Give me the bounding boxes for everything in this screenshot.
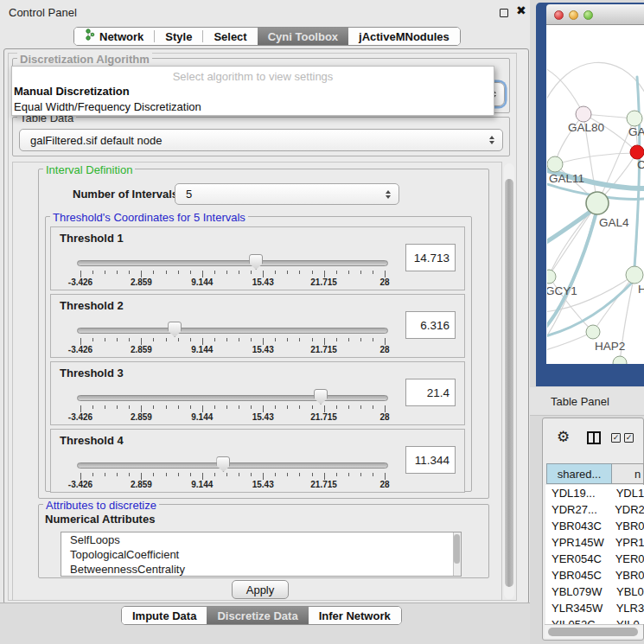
network-node[interactable] [630,145,644,159]
network-node-label: H [638,283,644,296]
table-row[interactable]: YBR043CYBR0 [545,518,644,534]
table-row[interactable]: YDL19...YDL1 [545,485,644,501]
threshold-value-field[interactable]: 21.4 [405,379,456,406]
slider-tick [360,473,361,476]
table-row[interactable]: YER054CYER0 [545,551,644,567]
table-horizontal-scrollbar[interactable] [545,624,643,638]
bottom-tab-discretize-data[interactable]: Discretize Data [207,607,308,624]
shared-name-cell: YIL052C [545,618,616,624]
attribute-list-item[interactable]: BetweennessCentrality [61,562,461,577]
name-cell: YPR1 [615,536,644,549]
tab-network[interactable]: Network [74,28,154,45]
network-node[interactable] [547,156,563,172]
slider-tick [80,473,81,480]
slider-tick-label: 9.144 [181,412,224,422]
table-scrollbar-thumb[interactable] [548,628,638,636]
table-data-combo-value: galFiltered.sif default node [20,134,489,147]
slider-tick [105,405,105,409]
threshold-value-field[interactable]: 14.713 [405,244,456,271]
popup-item-equal-width-frequency[interactable]: Equal Width/Frequency Discretization [14,100,201,113]
table-row[interactable]: YPR145WYPR1 [545,534,644,551]
attributes-scrollbar-thumb[interactable] [454,534,460,564]
slider-tick [336,405,337,409]
slider-tick [166,338,167,341]
slider-tick [275,405,276,409]
table-row[interactable]: YBR045CYBR0 [545,567,644,583]
bottom-tab-infer-network[interactable]: Infer Network [309,607,401,624]
slider-tick [226,473,227,476]
threshold-panel-2: Threshold 2-3.4262.8599.14415.4321.71528… [50,294,465,358]
network-canvas[interactable]: GAL80GALCGAL11GAL4GCY1HHAP2 [546,25,644,364]
slider-tick-label: -3.426 [59,345,102,354]
slider-tick [324,271,325,277]
slider-track[interactable] [77,328,388,334]
shared-name-cell: YPR145W [545,536,615,549]
attributes-scrollbar[interactable] [453,532,461,576]
slider-thumb[interactable] [314,389,328,405]
tab-select[interactable]: Select [203,28,257,45]
attribute-list-item[interactable]: SelfLoops [61,532,461,547]
slider-tick-label: -3.426 [59,480,102,489]
table-data-combobox[interactable]: galFiltered.sif default node [19,129,503,151]
popup-item-manual-discretization[interactable]: Manual Discretization [14,85,130,98]
apply-button[interactable]: Apply [232,580,289,599]
slider-tick [385,473,386,480]
slider-tick [336,338,337,341]
settings-scrollbar-thumb[interactable] [505,179,513,587]
bottom-tab-impute-data[interactable]: Impute Data [122,607,207,624]
checkbox-icon[interactable]: ✓ [611,433,621,443]
network-edge [547,62,644,108]
slider-tick-label: 2.859 [119,277,163,287]
numerical-attributes-list[interactable]: SelfLoopsTopologicalCoefficientBetweenne… [61,532,462,577]
slider-thumb[interactable] [216,456,230,472]
close-traffic-light-icon[interactable] [554,10,564,20]
split-columns-icon[interactable] [587,431,601,444]
slider-tick-label: 9.144 [181,277,224,287]
close-icon[interactable]: ✖ [516,3,526,17]
slider-tick [287,405,288,409]
table-row[interactable]: YLR345WYLR3 [545,600,644,616]
zoom-traffic-light-icon[interactable] [583,10,593,20]
network-node[interactable] [576,106,591,122]
attribute-list-item[interactable]: TopologicalCoefficient [61,547,461,562]
threshold-value-field[interactable]: 11.344 [405,446,456,474]
slider-tick [287,271,288,274]
network-node[interactable] [586,192,609,214]
network-window-titlebar[interactable] [546,4,644,25]
column-header-shared-name[interactable]: shared... [546,463,612,484]
slider-tick [275,338,276,341]
slider-tick [178,271,179,274]
bottom-tab-bar: Impute DataDiscretize DataInfer Network [121,606,402,625]
slider-thumb[interactable] [249,254,263,270]
column-header-name[interactable]: n [612,463,644,484]
number-of-intervals-combobox[interactable]: 5 [175,183,399,205]
checkbox-icon[interactable]: ✓ [624,433,634,443]
slider-tick-label: -3.426 [59,412,102,422]
network-node[interactable] [627,111,642,126]
minimize-traffic-light-icon[interactable] [569,10,578,20]
slider-tick [214,405,215,409]
slider-tick [373,473,373,476]
slider-tick-label: 2.859 [119,480,163,489]
network-node[interactable] [586,325,600,339]
network-node[interactable] [626,266,643,284]
slider-track[interactable] [77,395,388,401]
network-node[interactable] [613,356,627,364]
table-row[interactable]: YBL079WYBL0 [545,583,644,600]
tab-cyni-toolbox[interactable]: Cyni Toolbox [258,28,348,45]
slider-tick [129,405,130,409]
numerical-attributes-label: Numerical Attributes [45,513,155,526]
network-node[interactable] [547,270,556,284]
threshold-value-field[interactable]: 6.316 [405,311,456,339]
slider-track[interactable] [77,462,388,469]
table-row[interactable]: YDR27...YDR2 [545,501,644,518]
float-window-icon[interactable] [500,9,508,17]
slider-thumb[interactable] [168,322,182,337]
gear-icon[interactable]: ⚙ [557,428,570,446]
tab-style[interactable]: Style [155,28,202,45]
slider-tick [312,271,313,274]
table-row[interactable]: YIL052CYIL0 [545,616,644,624]
tab-jactivemnodules[interactable]: jActiveMNodules [348,28,460,45]
slider-tick [373,338,373,341]
slider-track[interactable] [77,260,388,266]
